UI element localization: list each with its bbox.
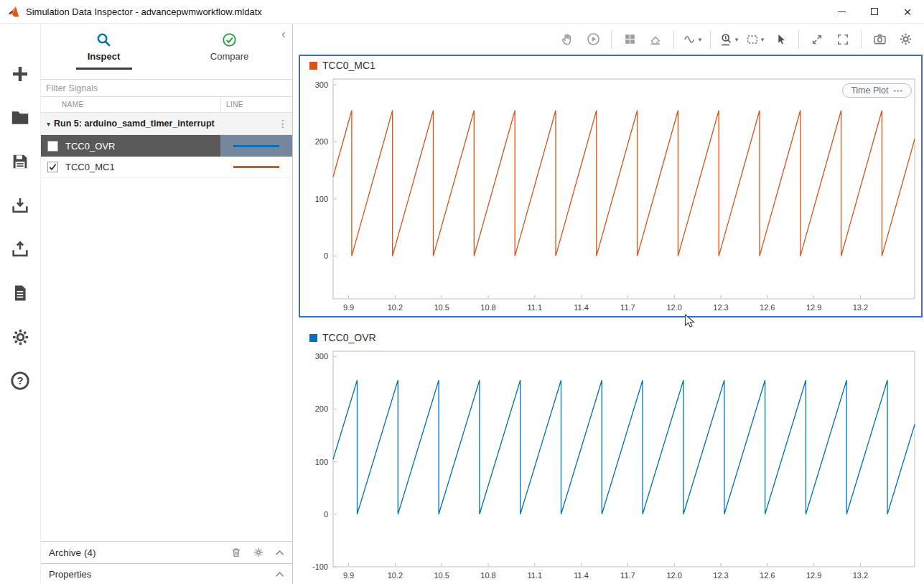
archive-label: Archive — [49, 547, 81, 558]
camera-icon — [872, 32, 887, 47]
svg-text:10.8: 10.8 — [480, 303, 495, 312]
filter-signals-input[interactable] — [41, 80, 292, 96]
archive-count: (4) — [84, 547, 96, 558]
svg-text:11.1: 11.1 — [528, 303, 543, 312]
ellipsis-icon[interactable]: ••• — [893, 87, 903, 95]
svg-text:11.4: 11.4 — [574, 303, 589, 312]
plus-icon — [9, 63, 31, 85]
svg-text:12.9: 12.9 — [806, 571, 821, 580]
signal-options-button[interactable]: ▾ — [679, 27, 705, 52]
archive-settings-gear-icon[interactable] — [253, 547, 264, 558]
collapse-panel-icon[interactable]: ‹ — [281, 27, 286, 40]
grid-layout-icon — [623, 32, 637, 46]
cursor-arrow-icon — [774, 32, 788, 46]
svg-text:9.9: 9.9 — [343, 571, 354, 580]
trash-icon[interactable] — [230, 547, 242, 558]
run-group-header[interactable]: ▾ Run 5: arduino_samd_timer_interrupt ⋮ — [41, 113, 292, 135]
help-icon: ? — [9, 370, 31, 391]
chevron-up-icon[interactable] — [275, 571, 284, 578]
export-button[interactable] — [7, 236, 33, 262]
save-button[interactable] — [7, 149, 33, 175]
import-icon — [10, 195, 30, 215]
svg-text:300: 300 — [315, 352, 328, 361]
time-plot-canvas-ovr[interactable]: -10001002003009.910.210.510.811.111.411.… — [300, 347, 918, 584]
inspect-magnifier-icon — [95, 32, 112, 48]
add-run-button[interactable] — [7, 61, 33, 87]
svg-text:13.2: 13.2 — [853, 303, 868, 312]
gear-icon — [898, 32, 913, 47]
plot-settings-button[interactable] — [892, 27, 918, 52]
filter-row — [41, 79, 292, 97]
hand-icon — [560, 32, 574, 47]
maximize-plot-button[interactable] — [830, 27, 856, 52]
wave-icon — [683, 32, 697, 47]
signal-row-tcc0-mc1[interactable]: TCC0_MC1 — [41, 157, 292, 178]
svg-text:12.3: 12.3 — [713, 571, 728, 580]
svg-text:10.5: 10.5 — [434, 303, 449, 312]
signal-name: TCC0_OVR — [65, 141, 220, 152]
pointer-button[interactable] — [767, 27, 793, 52]
maximize-button[interactable] — [858, 0, 891, 24]
properties-section-header[interactable]: Properties — [41, 563, 292, 584]
tab-compare-label: Compare — [210, 51, 248, 62]
close-button[interactable]: × — [891, 0, 924, 24]
help-button[interactable]: ? — [7, 368, 33, 394]
minimize-button[interactable] — [825, 0, 858, 24]
signal-line-swatch — [233, 145, 279, 147]
app-toolstrip: ? — [0, 24, 41, 584]
svg-text:11.7: 11.7 — [620, 571, 635, 580]
signal-row-tcc0-ovr[interactable]: TCC0_OVR — [41, 135, 292, 157]
tab-compare[interactable]: Compare — [167, 24, 292, 79]
zoom-region-button[interactable]: ▾ — [742, 27, 767, 52]
svg-text:100: 100 — [315, 458, 328, 466]
svg-text:?: ? — [17, 374, 23, 386]
open-button[interactable] — [7, 105, 33, 131]
svg-text:12.6: 12.6 — [760, 303, 775, 312]
toolbar-separator — [611, 30, 612, 49]
clear-plots-button[interactable] — [643, 27, 668, 52]
properties-label: Properties — [49, 569, 91, 580]
kebab-menu-icon[interactable]: ⋮ — [274, 118, 292, 129]
document-icon — [10, 283, 30, 303]
folder-icon — [9, 107, 31, 129]
svg-text:-100: -100 — [312, 562, 328, 571]
zoom-in-time-button[interactable]: ▾ — [716, 27, 742, 52]
legend-label[interactable]: TCC0_MC1 — [322, 60, 375, 71]
time-plot-badge[interactable]: Time Plot ••• — [842, 83, 912, 98]
plot-tcc0-mc1[interactable]: TCC0_MC1 Time Plot ••• 01002003009.910.2… — [299, 55, 923, 318]
svg-text:300: 300 — [315, 80, 328, 89]
plot-legend: TCC0_OVR — [300, 328, 923, 347]
svg-text:0: 0 — [324, 510, 328, 519]
archive-section-header[interactable]: Archive (4) — [41, 541, 292, 563]
import-button[interactable] — [7, 193, 33, 218]
signal-list-empty-area — [41, 178, 292, 541]
signal-checkbox-checked[interactable] — [47, 162, 58, 172]
tab-inspect[interactable]: Inspect — [41, 24, 167, 79]
time-plot-badge-label: Time Plot — [851, 85, 888, 96]
title-bar: Simulation Data Inspector - advancepwmwo… — [0, 0, 924, 24]
layout-button[interactable] — [617, 27, 643, 52]
preferences-button[interactable] — [7, 324, 33, 350]
time-plot-canvas-mc1[interactable]: 01002003009.910.210.510.811.111.411.712.… — [300, 75, 918, 316]
eraser-icon — [648, 32, 663, 47]
legend-swatch — [309, 62, 317, 70]
plot-tcc0-ovr[interactable]: TCC0_OVR -10001002003009.910.210.510.811… — [299, 327, 923, 584]
snapshot-button[interactable] — [867, 27, 892, 52]
caret-down-icon[interactable]: ▾ — [47, 120, 50, 128]
pan-button[interactable] — [554, 27, 580, 52]
mode-tabs: Inspect Compare ‹ — [41, 24, 292, 79]
play-circle-icon — [586, 32, 601, 47]
chevron-up-icon[interactable] — [275, 550, 284, 556]
legend-label[interactable]: TCC0_OVR — [322, 332, 376, 343]
fit-to-view-button[interactable] — [804, 27, 830, 52]
svg-text:9.9: 9.9 — [343, 303, 354, 312]
tab-inspect-label: Inspect — [88, 51, 121, 62]
toolbar-separator — [673, 30, 674, 49]
plots-container: TCC0_MC1 Time Plot ••• 01002003009.910.2… — [293, 55, 924, 584]
create-report-button[interactable] — [7, 280, 33, 306]
matlab-logo-icon — [7, 6, 20, 17]
signal-checkbox[interactable] — [47, 141, 58, 152]
replay-button[interactable] — [580, 27, 606, 52]
caret-down-icon: ▾ — [735, 36, 739, 43]
compare-check-icon — [221, 32, 238, 48]
